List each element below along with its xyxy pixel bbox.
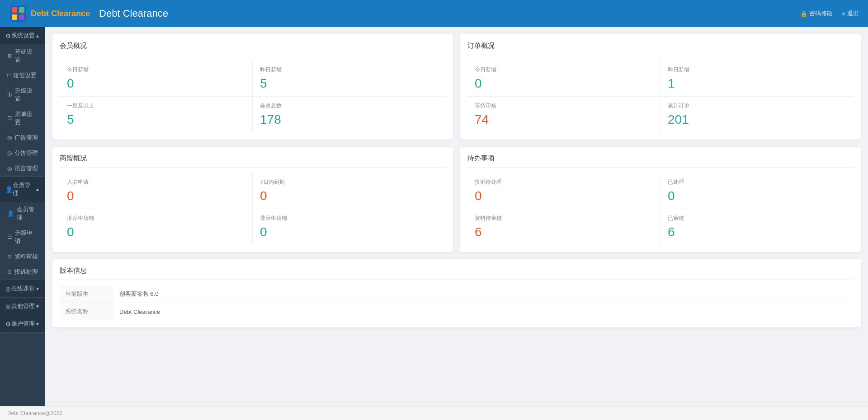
sms-settings-label: 短信设置	[13, 71, 37, 79]
complaint-icon: ⊙	[7, 269, 12, 275]
account-management-arrow: ▼	[35, 322, 40, 327]
pending-profile-value: 6	[475, 225, 653, 239]
menu-settings-label: 菜单设置	[15, 110, 38, 126]
sidebar-item-upgrade-settings[interactable]: ① 升级设置	[0, 83, 45, 107]
pending-items-title: 待办事项	[467, 154, 854, 168]
sidebar-section-other-header[interactable]: ◎ 其他管理 ▼	[0, 298, 45, 315]
sidebar-section-online-class: ◎ 在线课堂 ▼	[0, 280, 45, 298]
dashboard-row-1: 会员概况 今日新增 0 昨日新增 5 一星及以上 5 会员总	[52, 34, 861, 140]
lock-icon: 🔒	[800, 10, 807, 17]
menu-settings-icon: ☰	[7, 115, 12, 121]
sidebar-item-sms-settings[interactable]: □ 短信设置	[0, 68, 45, 83]
member-management-arrow: ▲	[35, 187, 40, 192]
sidebar-item-profile-review[interactable]: ⊙ 资料审核	[0, 249, 45, 264]
version-system-key: 系统名称	[60, 303, 114, 321]
sidebar-item-menu-settings[interactable]: ☰ 菜单设置	[0, 107, 45, 130]
logo-text: Debt Clearance	[31, 9, 90, 19]
version-info-title: 版本信息	[60, 266, 854, 280]
version-current-value: 创客新零售 6.0	[114, 285, 854, 303]
other-management-arrow: ▼	[35, 304, 40, 309]
logo-icon	[9, 5, 27, 23]
member-overview-stats: 今日新增 0 昨日新增 5 一星及以上 5 会员总数 178	[60, 61, 446, 132]
member-management-label: 会员管理	[13, 181, 35, 197]
merchant-apply-label: 入驻申请	[67, 178, 245, 186]
svg-rect-4	[19, 14, 24, 20]
change-password-label: 密码修改	[809, 9, 833, 18]
header-actions: 🔒 密码修改 ≡ 退出	[800, 9, 859, 18]
merchant-expiry-label: 7日内到期	[260, 178, 439, 186]
order-stat-total: 累计订单 201	[660, 97, 854, 132]
member-icon: 👤	[7, 210, 14, 217]
sidebar-item-ad-management[interactable]: ◎ 广告管理	[0, 130, 45, 145]
change-password-button[interactable]: 🔒 密码修改	[800, 9, 833, 18]
account-management-label: 账户管理	[11, 320, 35, 328]
sidebar-item-language[interactable]: ◎ 语言管理	[0, 161, 45, 176]
pending-reviewed-stat: 已审核 6	[660, 209, 854, 245]
version-row-system: 系统名称 Debt Clearance	[60, 303, 854, 321]
sidebar-section-system: ⚙ 系统设置 ▲ ⚙ 基础设置 □ 短信设置 ① 升级设置 ☰ 菜单设置 ◎	[0, 27, 45, 177]
basic-settings-label: 基础设置	[15, 48, 38, 64]
system-settings-icon: ⚙	[5, 33, 11, 39]
sidebar-section-member-header[interactable]: 👤 会员管理 ▲	[0, 177, 45, 202]
logout-button[interactable]: ≡ 退出	[842, 9, 859, 18]
pending-processed-label: 已处理	[668, 178, 846, 186]
svg-rect-3	[12, 14, 17, 20]
version-current-key: 当前版本	[60, 285, 114, 303]
sidebar-section-other: ◎ 其他管理 ▼	[0, 298, 45, 315]
sidebar: ⚙ 系统设置 ▲ ⚙ 基础设置 □ 短信设置 ① 升级设置 ☰ 菜单设置 ◎	[0, 27, 45, 406]
announcement-label: 公告管理	[14, 149, 38, 157]
online-class-arrow: ▼	[35, 286, 40, 291]
sidebar-item-basic-settings[interactable]: ⚙ 基础设置	[0, 44, 45, 68]
basic-settings-icon: ⚙	[7, 53, 12, 59]
pending-complaint-stat: 投诉待处理 0	[467, 173, 660, 209]
profile-review-label: 资料审核	[14, 252, 38, 261]
sidebar-section-member: 👤 会员管理 ▲ 👤 会员管理 ☰ 升级申请 ⊙ 资料审核 ⊙ 投诉处理	[0, 177, 45, 280]
sidebar-section-online-class-header[interactable]: ◎ 在线课堂 ▼	[0, 280, 45, 297]
pending-processed-value: 0	[668, 189, 846, 203]
member-label: 会员管理	[17, 205, 38, 222]
member-star-label: 一星及以上	[67, 102, 245, 110]
system-settings-label: 系统设置	[11, 32, 35, 40]
order-pending-label: 等待审核	[475, 102, 653, 110]
order-overview-title: 订单概况	[467, 42, 854, 55]
sidebar-item-upgrade-apply[interactable]: ☰ 升级申请	[0, 225, 45, 249]
member-star-value: 5	[67, 112, 245, 127]
footer: Debt Clearance@2022	[0, 406, 868, 420]
order-stat-yesterday: 昨日新增 1	[660, 61, 854, 97]
merchant-overview-title: 商盟概况	[60, 154, 446, 168]
sidebar-item-complaint[interactable]: ⊙ 投诉处理	[0, 264, 45, 280]
order-today-label: 今日新增	[475, 66, 653, 74]
sidebar-item-member-management[interactable]: 👤 会员管理	[0, 202, 45, 225]
complaint-label: 投诉处理	[14, 268, 38, 276]
version-system-value: Debt Clearance	[114, 303, 854, 321]
sidebar-section-account-header[interactable]: ⚙ 账户管理 ▼	[0, 315, 45, 332]
sidebar-item-announcement[interactable]: ◎ 公告管理	[0, 145, 45, 161]
order-overview-stats: 今日新增 0 昨日新增 1 等待审核 74 累计订单 201	[467, 61, 854, 132]
header: Debt Clearance Debt Clearance 🔒 密码修改 ≡ 退…	[0, 0, 868, 27]
pending-items-stats: 投诉待处理 0 已处理 0 资料待审核 6 已审核 6	[467, 173, 854, 245]
sidebar-section-account: ⚙ 账户管理 ▼	[0, 315, 45, 333]
sms-settings-icon: □	[7, 72, 10, 79]
svg-rect-1	[12, 7, 17, 13]
order-today-value: 0	[475, 76, 653, 91]
pending-items-card: 待办事项 投诉待处理 0 已处理 0 资料待审核 6 已审核	[460, 147, 861, 252]
sidebar-section-system-header[interactable]: ⚙ 系统设置 ▲	[0, 27, 45, 44]
version-info-card: 版本信息 当前版本 创客新零售 6.0 系统名称 Debt Clearance	[52, 259, 861, 327]
ad-management-label: 广告管理	[14, 134, 38, 142]
member-management-icon: 👤	[5, 186, 13, 193]
merchant-overview-card: 商盟概况 入驻申请 0 7日内到期 0 推荐中店铺 0 显示	[52, 147, 453, 252]
logout-icon: ≡	[842, 10, 845, 17]
pending-profile-stat: 资料待审核 6	[467, 209, 660, 245]
member-yesterday-label: 昨日新增	[260, 66, 439, 74]
merchant-showing-value: 0	[260, 225, 439, 239]
version-table: 当前版本 创客新零售 6.0 系统名称 Debt Clearance	[60, 285, 854, 320]
member-stat-star: 一星及以上 5	[60, 97, 253, 132]
version-row-current: 当前版本 创客新零售 6.0	[60, 285, 854, 303]
order-stat-today: 今日新增 0	[467, 61, 660, 97]
dashboard-row-2: 商盟概况 入驻申请 0 7日内到期 0 推荐中店铺 0 显示	[52, 147, 861, 252]
pending-reviewed-value: 6	[668, 225, 846, 239]
system-settings-arrow: ▲	[35, 33, 40, 38]
online-class-icon: ◎	[5, 285, 10, 292]
header-title: Debt Clearance	[99, 8, 168, 19]
pending-profile-label: 资料待审核	[475, 215, 653, 222]
